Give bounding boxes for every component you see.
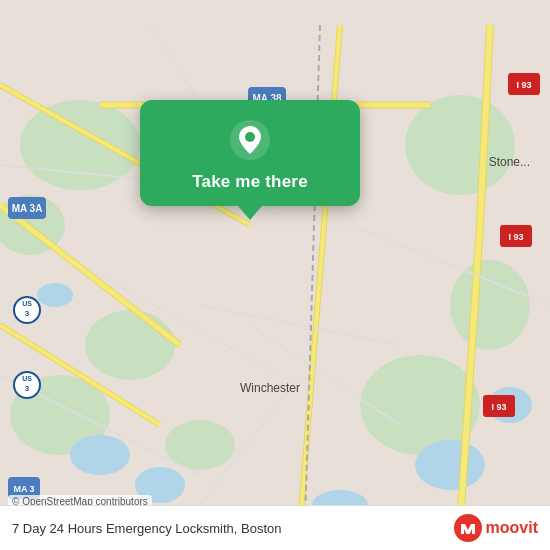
popup-card[interactable]: Take me there [140, 100, 360, 206]
svg-text:I 93: I 93 [516, 80, 531, 90]
moovit-text: moovit [486, 519, 538, 537]
svg-point-11 [415, 440, 485, 490]
stoneham-label: Stone... [489, 155, 530, 169]
svg-text:MA 3: MA 3 [13, 484, 34, 494]
svg-point-5 [405, 95, 515, 195]
svg-text:I 93: I 93 [491, 402, 506, 412]
bottom-bar: 7 Day 24 Hours Emergency Locksmith, Bost… [0, 505, 550, 550]
svg-text:3: 3 [25, 309, 30, 318]
svg-text:US: US [22, 375, 32, 382]
svg-point-14 [37, 283, 73, 307]
map-container: MA 38 MA 3A US 3 US 3 I 93 I 93 I 93 MA … [0, 0, 550, 550]
svg-point-9 [70, 435, 130, 475]
svg-point-3 [85, 310, 175, 380]
location-pin-icon [228, 118, 272, 162]
svg-text:US: US [22, 300, 32, 307]
svg-text:3: 3 [25, 384, 30, 393]
map-background: MA 38 MA 3A US 3 US 3 I 93 I 93 I 93 MA … [0, 0, 550, 550]
moovit-icon [454, 514, 482, 542]
svg-point-57 [245, 132, 255, 142]
svg-point-58 [454, 514, 482, 542]
moovit-logo[interactable]: moovit [454, 514, 538, 542]
svg-point-6 [450, 260, 530, 350]
svg-text:MA 3A: MA 3A [12, 203, 43, 214]
winchester-label: Winchester [240, 381, 300, 395]
location-title: 7 Day 24 Hours Emergency Locksmith, Bost… [12, 521, 454, 536]
svg-text:I 93: I 93 [508, 232, 523, 242]
take-me-there-button[interactable]: Take me there [192, 172, 308, 192]
